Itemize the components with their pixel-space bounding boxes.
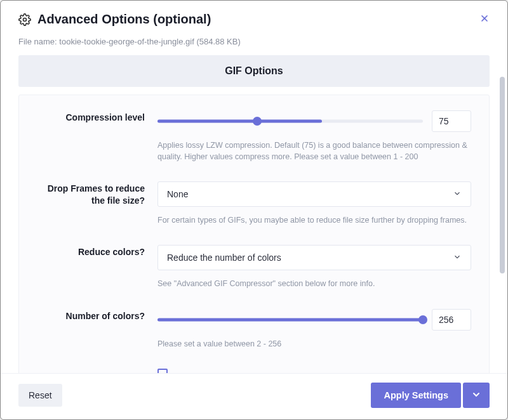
chevron-down-icon [471, 390, 481, 402]
reduce-colors-label: Reduce colors? [37, 245, 145, 289]
drop-frames-label: Drop Frames to reduce the file size? [37, 181, 145, 226]
scrollbar-thumb[interactable] [500, 77, 505, 273]
file-name-line: File name: tookie-tookie-george-of-the-j… [1, 34, 507, 55]
num-colors-value-input[interactable] [432, 309, 471, 331]
truncated-option-row [37, 369, 471, 373]
num-colors-help: Please set a value between 2 - 256 [157, 338, 471, 350]
chevron-down-icon [453, 253, 462, 263]
modal-footer: Reset Apply Settings [1, 373, 507, 419]
modal-title: Advanced Options (optional) [37, 12, 211, 27]
num-colors-slider[interactable] [157, 315, 423, 325]
options-panel: Compression level Applies lossy LZW comp… [18, 95, 490, 373]
slider-thumb[interactable] [418, 315, 427, 324]
drop-frames-row: Drop Frames to reduce the file size? Non… [37, 181, 471, 226]
reduce-colors-select[interactable]: Reduce the number of colors [157, 245, 471, 270]
section-title: GIF Options [18, 55, 490, 87]
slider-thumb[interactable] [253, 117, 262, 126]
file-name-label: File name: [18, 37, 57, 46]
svg-point-0 [23, 18, 27, 21]
apply-button-group: Apply Settings [371, 383, 490, 408]
reduce-colors-selected: Reduce the number of colors [167, 253, 281, 263]
compression-row: Compression level Applies lossy LZW comp… [37, 110, 471, 162]
reset-button[interactable]: Reset [18, 384, 62, 407]
modal-body: GIF Options Compression level Applies lo… [1, 55, 507, 373]
num-colors-label: Number of colors? [37, 309, 145, 350]
apply-dropdown-button[interactable] [463, 383, 490, 408]
drop-frames-select[interactable]: None [157, 181, 471, 207]
advanced-options-modal: Advanced Options (optional) File name: t… [0, 0, 508, 420]
reduce-colors-row: Reduce colors? Reduce the number of colo… [37, 245, 471, 289]
compression-help: Applies lossy LZW compression. Default (… [157, 140, 471, 162]
drop-frames-help: For certain types of GIFs, you maybe abl… [157, 214, 471, 226]
apply-settings-button[interactable]: Apply Settings [371, 383, 461, 408]
drop-frames-selected: None [167, 189, 188, 199]
compression-slider[interactable] [157, 116, 423, 126]
close-icon [479, 13, 490, 26]
modal-header: Advanced Options (optional) [1, 1, 507, 34]
file-name-value: tookie-tookie-george-of-the-jungle.gif (… [59, 37, 240, 46]
compression-value-input[interactable] [432, 110, 471, 132]
num-colors-row: Number of colors? Please set a value bet… [37, 309, 471, 350]
close-button[interactable] [476, 11, 493, 29]
checkbox[interactable] [157, 369, 168, 373]
reduce-colors-help: See "Advanced GIF Compressor" section be… [157, 278, 471, 289]
chevron-down-icon [453, 189, 462, 200]
gear-icon [18, 13, 31, 26]
compression-label: Compression level [37, 110, 145, 162]
